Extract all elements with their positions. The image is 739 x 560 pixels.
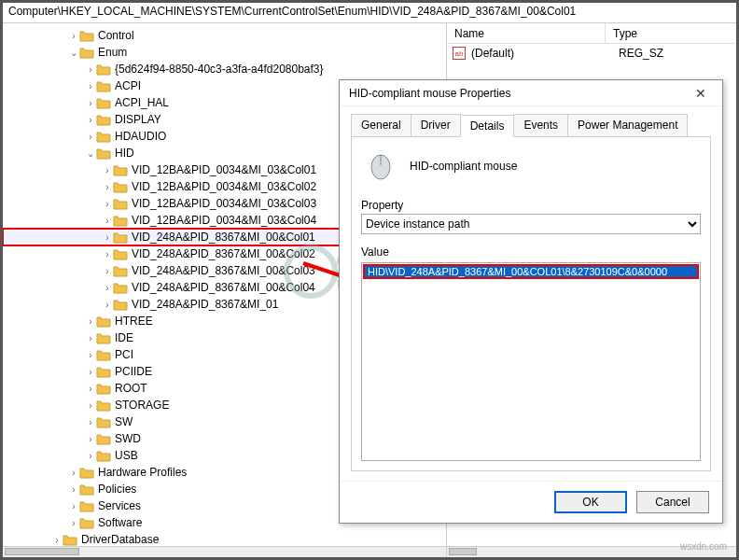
tab-details[interactable]: Details [460,115,515,137]
close-button[interactable]: ✕ [685,83,717,104]
expand-caret[interactable] [85,132,96,142]
tree-item-label: VID_12BA&PID_0034&MI_03&Col01 [132,163,316,176]
dialog-title: HID-compliant mouse Properties [349,87,685,100]
device-name: HID-compliant mouse [410,160,517,173]
folder-icon [113,231,128,244]
tree-item[interactable]: {5d624f94-8850-40c3-a3fa-a4fd2080baf3} [115,63,324,76]
folder-icon [96,96,111,109]
scrollbar-thumb[interactable] [449,548,477,555]
folder-icon [96,315,111,328]
tree-item-control[interactable]: Control [98,29,134,42]
tree-item-label: VID_12BA&PID_0034&MI_03&Col03 [132,197,316,210]
tab-driver[interactable]: Driver [411,114,461,136]
folder-icon [96,432,111,445]
value-listbox[interactable]: HID\VID_248A&PID_8367&MI_00&COL01\8&2730… [361,262,701,461]
expand-caret[interactable] [102,199,113,209]
expand-caret[interactable] [68,501,79,511]
folder-icon [96,79,111,92]
expand-caret[interactable] [85,333,96,343]
folder-icon [113,247,128,260]
folder-icon [113,163,128,176]
expand-caret[interactable] [85,98,96,108]
list-row[interactable]: ab (Default) REG_SZ [447,44,736,63]
list-header: Name Type [447,23,736,44]
expand-caret[interactable] [102,216,113,226]
tree-item-label: PCI [115,348,133,361]
tree-item[interactable]: DISPLAY [115,113,161,126]
tab-power-management[interactable]: Power Management [567,114,688,136]
tree-item-label: Software [98,516,142,529]
expand-caret[interactable] [102,266,113,276]
expand-caret[interactable] [68,31,79,41]
folder-icon [96,348,111,361]
mouse-icon [365,152,397,180]
folder-icon [96,130,111,143]
tab-events[interactable]: Events [513,114,568,136]
expand-caret[interactable] [68,484,79,495]
ok-button[interactable]: OK [554,491,627,513]
tab-general[interactable]: General [351,114,411,136]
tree-item-label: VID_248A&PID_8367&MI_01 [132,298,278,311]
expand-caret[interactable] [68,468,79,478]
expand-caret[interactable] [85,148,96,159]
expand-caret[interactable] [102,182,113,192]
folder-icon [79,516,94,529]
tab-panel-details: HID-compliant mouse Property Device inst… [351,137,711,471]
tree-item[interactable]: DriverDatabase [81,533,159,546]
tree-item-label: STORAGE [115,399,169,412]
folder-icon [96,399,111,412]
property-label: Property [361,199,701,212]
expand-caret[interactable] [102,300,113,310]
tree-item[interactable]: HDAUDIO [115,130,166,143]
expand-caret[interactable] [102,249,113,259]
expand-caret[interactable] [85,64,96,75]
source-tag: wsxdn.com [680,541,727,552]
dialog-titlebar[interactable]: HID-compliant mouse Properties ✕ [340,80,722,106]
value-line-selected[interactable]: HID\VID_248A&PID_8367&MI_00&COL01\8&2730… [364,265,698,278]
horizontal-scrollbar[interactable] [3,546,446,557]
value-name: (Default) [471,47,619,60]
expand-caret[interactable] [102,165,113,175]
folder-icon [79,29,94,42]
expand-caret[interactable] [68,48,79,58]
folder-icon [96,113,111,126]
tree-item-hid[interactable]: HID [115,147,134,160]
address-bar[interactable]: Computer\HKEY_LOCAL_MACHINE\SYSTEM\Curre… [3,3,736,23]
folder-icon [113,180,128,193]
tree-item-label: VID_248A&PID_8367&MI_00&Col02 [132,247,315,260]
tree-item-label: VID_248A&PID_8367&MI_00&Col03 [132,264,315,277]
expand-caret[interactable] [85,367,96,377]
expand-caret[interactable] [85,451,96,461]
cancel-button[interactable]: Cancel [636,491,709,513]
expand-caret[interactable] [85,115,96,125]
tree-item-label: Services [98,499,141,512]
column-name[interactable]: Name [447,23,606,43]
tree-item-label: ROOT [115,382,147,395]
column-type[interactable]: Type [606,23,645,43]
expand-caret[interactable] [85,434,96,444]
tree-item[interactable]: ACPI_HAL [115,96,169,109]
expand-caret[interactable] [85,384,96,394]
folder-icon [96,331,111,344]
expand-caret[interactable] [85,350,96,360]
expand-caret[interactable] [85,316,96,327]
expand-caret[interactable] [85,417,96,427]
folder-icon [79,46,94,59]
property-select[interactable]: Device instance path [361,214,701,234]
expand-caret[interactable] [85,81,96,91]
folder-icon [96,449,111,462]
folder-icon [79,466,94,479]
folder-icon [79,499,94,512]
expand-caret[interactable] [51,535,63,545]
folder-icon [113,197,128,210]
expand-caret[interactable] [102,283,113,293]
folder-icon [113,264,128,277]
tree-item-enum[interactable]: Enum [98,46,127,59]
tree-item[interactable]: ACPI [115,79,141,92]
expand-caret[interactable] [102,232,113,243]
tree-item-label: IDE [115,331,133,344]
expand-caret[interactable] [85,400,96,411]
folder-icon [113,298,128,311]
scrollbar-thumb[interactable] [5,548,79,555]
expand-caret[interactable] [68,518,79,528]
